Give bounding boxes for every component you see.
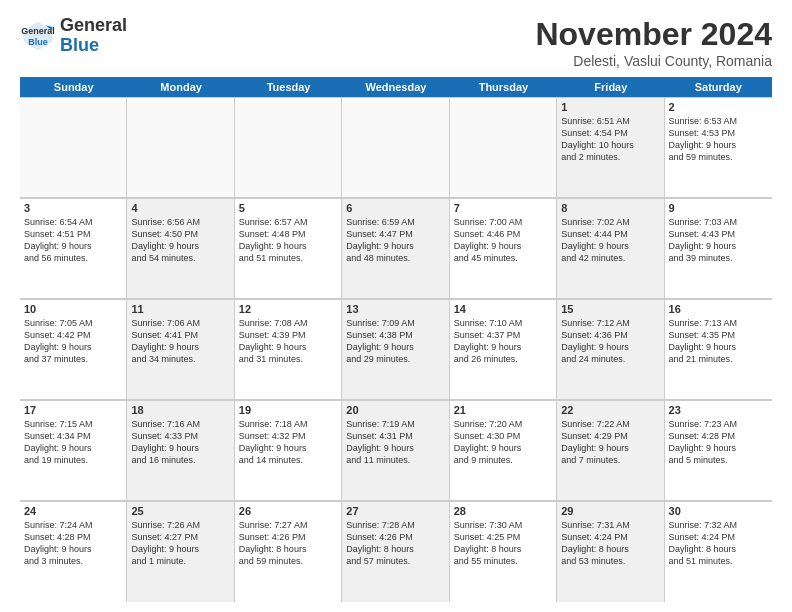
calendar-cell: 8Sunrise: 7:02 AM Sunset: 4:44 PM Daylig… (557, 198, 664, 298)
calendar-cell: 13Sunrise: 7:09 AM Sunset: 4:38 PM Dayli… (342, 299, 449, 399)
day-number: 10 (24, 303, 122, 315)
logo-text: General Blue (60, 16, 127, 56)
day-info: Sunrise: 7:19 AM Sunset: 4:31 PM Dayligh… (346, 418, 444, 467)
calendar-cell: 14Sunrise: 7:10 AM Sunset: 4:37 PM Dayli… (450, 299, 557, 399)
calendar-cell: 11Sunrise: 7:06 AM Sunset: 4:41 PM Dayli… (127, 299, 234, 399)
calendar-week: 17Sunrise: 7:15 AM Sunset: 4:34 PM Dayli… (20, 400, 772, 501)
day-number: 1 (561, 101, 659, 113)
day-info: Sunrise: 7:26 AM Sunset: 4:27 PM Dayligh… (131, 519, 229, 568)
day-number: 4 (131, 202, 229, 214)
day-info: Sunrise: 6:57 AM Sunset: 4:48 PM Dayligh… (239, 216, 337, 265)
calendar-cell: 21Sunrise: 7:20 AM Sunset: 4:30 PM Dayli… (450, 400, 557, 500)
day-info: Sunrise: 7:09 AM Sunset: 4:38 PM Dayligh… (346, 317, 444, 366)
svg-text:Blue: Blue (28, 37, 48, 47)
day-number: 19 (239, 404, 337, 416)
day-info: Sunrise: 7:10 AM Sunset: 4:37 PM Dayligh… (454, 317, 552, 366)
calendar-header-cell: Thursday (450, 77, 557, 97)
calendar-cell (342, 97, 449, 197)
day-info: Sunrise: 7:05 AM Sunset: 4:42 PM Dayligh… (24, 317, 122, 366)
calendar-cell (235, 97, 342, 197)
calendar-week: 3Sunrise: 6:54 AM Sunset: 4:51 PM Daylig… (20, 198, 772, 299)
day-number: 25 (131, 505, 229, 517)
day-info: Sunrise: 7:12 AM Sunset: 4:36 PM Dayligh… (561, 317, 659, 366)
logo-line2: Blue (60, 36, 127, 56)
day-info: Sunrise: 6:53 AM Sunset: 4:53 PM Dayligh… (669, 115, 768, 164)
calendar-cell: 17Sunrise: 7:15 AM Sunset: 4:34 PM Dayli… (20, 400, 127, 500)
day-number: 20 (346, 404, 444, 416)
logo-line1: General (60, 16, 127, 36)
day-number: 8 (561, 202, 659, 214)
day-number: 6 (346, 202, 444, 214)
day-number: 22 (561, 404, 659, 416)
day-info: Sunrise: 7:02 AM Sunset: 4:44 PM Dayligh… (561, 216, 659, 265)
day-number: 23 (669, 404, 768, 416)
calendar-cell: 26Sunrise: 7:27 AM Sunset: 4:26 PM Dayli… (235, 501, 342, 602)
calendar-cell: 25Sunrise: 7:26 AM Sunset: 4:27 PM Dayli… (127, 501, 234, 602)
day-info: Sunrise: 6:51 AM Sunset: 4:54 PM Dayligh… (561, 115, 659, 164)
day-number: 11 (131, 303, 229, 315)
calendar-cell: 15Sunrise: 7:12 AM Sunset: 4:36 PM Dayli… (557, 299, 664, 399)
calendar-header-cell: Tuesday (235, 77, 342, 97)
calendar-cell: 22Sunrise: 7:22 AM Sunset: 4:29 PM Dayli… (557, 400, 664, 500)
day-info: Sunrise: 7:32 AM Sunset: 4:24 PM Dayligh… (669, 519, 768, 568)
calendar-header-cell: Sunday (20, 77, 127, 97)
logo-icon: General Blue (20, 18, 56, 54)
logo: General Blue General Blue (20, 16, 127, 56)
day-info: Sunrise: 7:23 AM Sunset: 4:28 PM Dayligh… (669, 418, 768, 467)
day-info: Sunrise: 7:15 AM Sunset: 4:34 PM Dayligh… (24, 418, 122, 467)
calendar-cell: 9Sunrise: 7:03 AM Sunset: 4:43 PM Daylig… (665, 198, 772, 298)
day-number: 30 (669, 505, 768, 517)
calendar-cell (127, 97, 234, 197)
day-number: 24 (24, 505, 122, 517)
day-info: Sunrise: 7:03 AM Sunset: 4:43 PM Dayligh… (669, 216, 768, 265)
day-number: 3 (24, 202, 122, 214)
day-info: Sunrise: 7:13 AM Sunset: 4:35 PM Dayligh… (669, 317, 768, 366)
calendar-cell: 20Sunrise: 7:19 AM Sunset: 4:31 PM Dayli… (342, 400, 449, 500)
calendar-cell: 18Sunrise: 7:16 AM Sunset: 4:33 PM Dayli… (127, 400, 234, 500)
calendar-cell: 16Sunrise: 7:13 AM Sunset: 4:35 PM Dayli… (665, 299, 772, 399)
day-info: Sunrise: 6:54 AM Sunset: 4:51 PM Dayligh… (24, 216, 122, 265)
calendar-cell (20, 97, 127, 197)
day-number: 9 (669, 202, 768, 214)
day-info: Sunrise: 7:27 AM Sunset: 4:26 PM Dayligh… (239, 519, 337, 568)
calendar-cell: 6Sunrise: 6:59 AM Sunset: 4:47 PM Daylig… (342, 198, 449, 298)
day-info: Sunrise: 7:28 AM Sunset: 4:26 PM Dayligh… (346, 519, 444, 568)
calendar-header-cell: Monday (127, 77, 234, 97)
calendar: SundayMondayTuesdayWednesdayThursdayFrid… (20, 77, 772, 602)
day-number: 14 (454, 303, 552, 315)
calendar-week: 1Sunrise: 6:51 AM Sunset: 4:54 PM Daylig… (20, 97, 772, 198)
day-info: Sunrise: 7:30 AM Sunset: 4:25 PM Dayligh… (454, 519, 552, 568)
page: General Blue General Blue November 2024 … (0, 0, 792, 612)
day-number: 16 (669, 303, 768, 315)
calendar-header: SundayMondayTuesdayWednesdayThursdayFrid… (20, 77, 772, 97)
day-number: 13 (346, 303, 444, 315)
calendar-cell: 30Sunrise: 7:32 AM Sunset: 4:24 PM Dayli… (665, 501, 772, 602)
day-info: Sunrise: 7:16 AM Sunset: 4:33 PM Dayligh… (131, 418, 229, 467)
calendar-cell: 4Sunrise: 6:56 AM Sunset: 4:50 PM Daylig… (127, 198, 234, 298)
day-info: Sunrise: 7:06 AM Sunset: 4:41 PM Dayligh… (131, 317, 229, 366)
day-info: Sunrise: 7:08 AM Sunset: 4:39 PM Dayligh… (239, 317, 337, 366)
day-info: Sunrise: 7:22 AM Sunset: 4:29 PM Dayligh… (561, 418, 659, 467)
calendar-week: 10Sunrise: 7:05 AM Sunset: 4:42 PM Dayli… (20, 299, 772, 400)
calendar-cell: 24Sunrise: 7:24 AM Sunset: 4:28 PM Dayli… (20, 501, 127, 602)
day-number: 29 (561, 505, 659, 517)
calendar-cell: 10Sunrise: 7:05 AM Sunset: 4:42 PM Dayli… (20, 299, 127, 399)
day-info: Sunrise: 6:56 AM Sunset: 4:50 PM Dayligh… (131, 216, 229, 265)
day-info: Sunrise: 7:24 AM Sunset: 4:28 PM Dayligh… (24, 519, 122, 568)
month-title: November 2024 (535, 16, 772, 53)
calendar-header-cell: Wednesday (342, 77, 449, 97)
calendar-cell: 2Sunrise: 6:53 AM Sunset: 4:53 PM Daylig… (665, 97, 772, 197)
day-info: Sunrise: 7:20 AM Sunset: 4:30 PM Dayligh… (454, 418, 552, 467)
day-number: 28 (454, 505, 552, 517)
calendar-header-cell: Friday (557, 77, 664, 97)
calendar-cell: 19Sunrise: 7:18 AM Sunset: 4:32 PM Dayli… (235, 400, 342, 500)
calendar-cell: 1Sunrise: 6:51 AM Sunset: 4:54 PM Daylig… (557, 97, 664, 197)
calendar-cell: 3Sunrise: 6:54 AM Sunset: 4:51 PM Daylig… (20, 198, 127, 298)
calendar-cell: 5Sunrise: 6:57 AM Sunset: 4:48 PM Daylig… (235, 198, 342, 298)
location-title: Delesti, Vaslui County, Romania (535, 53, 772, 69)
day-number: 15 (561, 303, 659, 315)
day-number: 18 (131, 404, 229, 416)
day-number: 7 (454, 202, 552, 214)
day-number: 2 (669, 101, 768, 113)
day-info: Sunrise: 7:31 AM Sunset: 4:24 PM Dayligh… (561, 519, 659, 568)
